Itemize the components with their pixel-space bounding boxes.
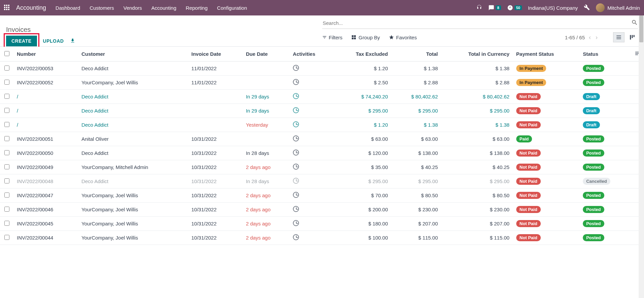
row-checkbox[interactable] xyxy=(4,80,9,85)
cell-activities[interactable] xyxy=(290,188,333,203)
nav-reporting[interactable]: Reporting xyxy=(186,5,207,11)
nav-configuration[interactable]: Configuration xyxy=(217,5,247,11)
list-view-button[interactable] xyxy=(613,32,624,42)
table-row[interactable]: /Deco AddictIn 29 days$ 295.00$ 295.00$ … xyxy=(0,104,644,118)
clock-icon[interactable] xyxy=(293,93,299,99)
clock-icon[interactable] xyxy=(293,121,299,127)
download-icon[interactable] xyxy=(70,38,75,44)
upload-button[interactable]: UPLOAD xyxy=(43,38,64,44)
table-row[interactable]: INV/2022/00052YourCompany, Joel Willis11… xyxy=(0,76,644,90)
status-badge: Posted xyxy=(583,206,604,213)
row-checkbox[interactable] xyxy=(4,136,9,141)
favorites-button[interactable]: Favorites xyxy=(389,35,417,40)
row-checkbox[interactable] xyxy=(4,150,9,155)
nav-customers[interactable]: Customers xyxy=(89,5,114,11)
cell-activities[interactable] xyxy=(290,132,333,146)
cell-activities[interactable] xyxy=(290,203,333,217)
row-checkbox[interactable] xyxy=(4,164,9,169)
row-checkbox[interactable] xyxy=(4,235,9,240)
cell-activities[interactable] xyxy=(290,174,333,188)
col-total-currency[interactable]: Total in Currency xyxy=(441,47,513,61)
clock-icon[interactable] xyxy=(293,107,299,113)
nav-vendors[interactable]: Vendors xyxy=(123,5,142,11)
clock-icon[interactable] xyxy=(293,178,299,184)
cell-activities[interactable] xyxy=(290,76,333,90)
row-checkbox[interactable] xyxy=(4,207,9,212)
filters-button[interactable]: Filters xyxy=(322,35,343,40)
table-row[interactable]: INV/2022/00050Deco Addict10/31/2022In 28… xyxy=(0,146,644,160)
col-customer[interactable]: Customer xyxy=(78,47,188,61)
cell-activities[interactable] xyxy=(290,104,333,118)
invoice-list[interactable]: Number Customer Invoice Date Due Date Ac… xyxy=(0,47,644,294)
clock-icon[interactable] xyxy=(293,164,299,170)
table-row[interactable]: INV/2022/00045YourCompany, Joel Willis10… xyxy=(0,217,644,231)
pager-next[interactable]: › xyxy=(595,34,598,41)
cell-invoice-date: 10/31/2022 xyxy=(188,132,242,146)
pager-prev[interactable]: ‹ xyxy=(588,34,592,41)
col-status[interactable]: Status xyxy=(579,47,631,61)
table-row[interactable]: INV/2022/00044YourCompany, Joel Willis10… xyxy=(0,231,644,245)
col-tax-excluded[interactable]: Tax Excluded xyxy=(333,47,391,61)
row-checkbox[interactable] xyxy=(4,122,9,127)
col-number[interactable]: Number xyxy=(13,47,78,61)
user-menu[interactable]: Mitchell Admin xyxy=(596,3,640,12)
row-checkbox[interactable] xyxy=(4,178,9,183)
clock-icon[interactable] xyxy=(293,220,299,226)
group-by-button[interactable]: Group By xyxy=(351,35,380,40)
status-badge: Posted xyxy=(583,65,604,72)
create-button[interactable]: CREATE xyxy=(6,36,37,46)
clock-icon[interactable] xyxy=(293,79,299,85)
row-checkbox[interactable] xyxy=(4,221,9,226)
col-total[interactable]: Total xyxy=(391,47,442,61)
topbar: Accounting Dashboard Customers Vendors A… xyxy=(0,0,644,15)
table-row[interactable]: INV/2022/00051Anital Oliver10/31/2022$ 6… xyxy=(0,132,644,146)
row-checkbox[interactable] xyxy=(4,108,9,113)
clock-icon[interactable] xyxy=(293,192,299,198)
clock-icon[interactable] xyxy=(293,65,299,71)
cell-activities[interactable] xyxy=(290,118,333,132)
col-payment-status[interactable]: Payment Status xyxy=(513,47,579,61)
cell-activities[interactable] xyxy=(290,61,333,76)
cell-total: $ 207.00 xyxy=(391,217,442,231)
clock-icon[interactable] xyxy=(293,135,299,141)
col-due-date[interactable]: Due Date xyxy=(242,47,290,61)
cell-activities[interactable] xyxy=(290,160,333,174)
clock-icon[interactable] xyxy=(293,206,299,212)
clock-icon[interactable] xyxy=(293,234,299,240)
nav-accounting[interactable]: Accounting xyxy=(151,5,176,11)
row-checkbox[interactable] xyxy=(4,66,9,71)
search-icon[interactable] xyxy=(631,19,638,27)
cell-activities[interactable] xyxy=(290,217,333,231)
activities-button[interactable]: 50 xyxy=(507,5,522,11)
clock-icon[interactable] xyxy=(293,150,299,156)
table-row[interactable]: INV/2022/00046YourCompany, Joel Willis10… xyxy=(0,203,644,217)
search-input[interactable] xyxy=(322,19,632,27)
table-row[interactable]: /Deco AddictYesterday$ 1.20$ 1.38$ 1.38N… xyxy=(0,118,644,132)
pager-text[interactable]: 1-65 / 65 xyxy=(565,35,585,40)
nav-dashboard[interactable]: Dashboard xyxy=(55,5,80,11)
scrollbar-thumb[interactable] xyxy=(639,15,643,42)
company-switcher[interactable]: Indiana(US) Company xyxy=(528,5,578,11)
row-checkbox[interactable] xyxy=(4,94,9,99)
table-row[interactable]: /Deco AddictIn 29 days$ 74,240.20$ 80,40… xyxy=(0,90,644,104)
app-name[interactable]: Accounting xyxy=(16,4,46,11)
cell-activities[interactable] xyxy=(290,146,333,160)
table-row[interactable]: INV/2022/00053Deco Addict11/01/2022$ 1.2… xyxy=(0,61,644,76)
select-all-checkbox[interactable] xyxy=(4,51,9,56)
cell-payment-status: In Payment xyxy=(513,76,579,90)
vertical-scrollbar[interactable] xyxy=(639,15,644,294)
cell-payment-status: Not Paid xyxy=(513,203,579,217)
table-row[interactable]: INV/2022/00048Deco Addict10/31/2022In 28… xyxy=(0,174,644,188)
debug-icon[interactable] xyxy=(584,4,590,11)
cell-activities[interactable] xyxy=(290,90,333,104)
table-row[interactable]: INV/2022/00049YourCompany, Mitchell Admi… xyxy=(0,160,644,174)
kanban-view-button[interactable] xyxy=(627,32,638,42)
apps-menu-icon[interactable] xyxy=(4,5,10,11)
row-checkbox[interactable] xyxy=(4,193,9,198)
support-icon[interactable] xyxy=(476,4,482,11)
table-row[interactable]: INV/2022/00047YourCompany, Joel Willis10… xyxy=(0,188,644,203)
col-invoice-date[interactable]: Invoice Date xyxy=(188,47,242,61)
messages-button[interactable]: 8 xyxy=(488,5,501,11)
col-activities[interactable]: Activities xyxy=(290,47,333,61)
cell-activities[interactable] xyxy=(290,231,333,245)
